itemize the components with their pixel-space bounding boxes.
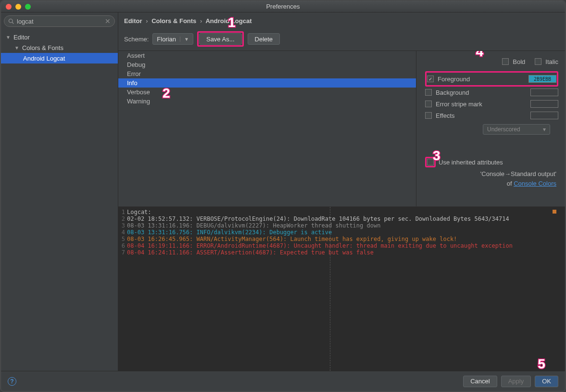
tree-item-editor[interactable]: ▼ Editor bbox=[1, 32, 118, 42]
tree-label: Colors & Fonts bbox=[22, 44, 63, 51]
effects-kind-select[interactable]: Underscored ▾ bbox=[483, 124, 550, 135]
annotation-callout-5: 5 bbox=[538, 356, 545, 372]
chevron-right-icon: › bbox=[200, 17, 202, 25]
log-level-list: Assert Debug Error Info Verbose Warning … bbox=[118, 51, 416, 206]
chevron-right-icon: › bbox=[146, 17, 148, 25]
effects-kind-value: Underscored bbox=[487, 126, 520, 133]
search-value: logcat bbox=[17, 18, 105, 25]
foreground-label: Foreground bbox=[438, 76, 470, 83]
inherit-label: Use inherited attributes bbox=[439, 159, 503, 166]
scheme-label: Scheme: bbox=[124, 36, 149, 43]
tree-label: Android Logcat bbox=[23, 55, 65, 62]
preview-pane: 1Logcat: 202-02 18:52:57.132: VERBOSE/Pr… bbox=[118, 206, 565, 371]
svg-line-1 bbox=[12, 22, 13, 24]
tree-item-colors-fonts[interactable]: ▼ Colors & Fonts bbox=[1, 42, 118, 53]
stripe-checkbox[interactable] bbox=[425, 101, 432, 107]
annotation-callout-4: 4 bbox=[476, 51, 483, 60]
console-colors-link[interactable]: Console Colors bbox=[514, 180, 556, 187]
preview-line: Logcat: bbox=[127, 209, 151, 215]
clear-search-icon[interactable]: ✕ bbox=[105, 17, 111, 25]
breadcrumb-part[interactable]: Colors & Fonts bbox=[151, 17, 196, 25]
disclosure-icon: ▼ bbox=[14, 45, 19, 51]
list-item[interactable]: Error bbox=[118, 69, 416, 78]
search-input[interactable]: logcat ✕ bbox=[4, 15, 115, 27]
tree-label: Editor bbox=[13, 34, 30, 41]
scheme-select[interactable]: Florian ▼ bbox=[152, 33, 193, 45]
scheme-value: Florian bbox=[157, 36, 176, 43]
list-item[interactable]: Assert bbox=[118, 51, 416, 60]
wrap-guide bbox=[330, 207, 330, 371]
preview-line: 08-03 13:31:16.756: INFO/dalvikvm(2234):… bbox=[127, 229, 332, 236]
stripe-color-swatch[interactable] bbox=[530, 100, 558, 108]
annotation-callout-2: 2 bbox=[163, 86, 170, 101]
annotation-callout-1: 1 bbox=[228, 15, 236, 30]
background-checkbox[interactable] bbox=[425, 89, 432, 96]
preview-line: 08-04 16:19:11.166: ERROR/AndroidRuntime… bbox=[127, 242, 513, 249]
annotation-callout-3: 3 bbox=[433, 148, 440, 164]
effects-checkbox[interactable] bbox=[425, 112, 432, 119]
sidebar: logcat ✕ ▼ Editor ▼ Colors & Fonts Andro… bbox=[1, 13, 118, 371]
italic-label: Italic bbox=[545, 58, 558, 65]
chevron-down-icon: ▼ bbox=[180, 37, 189, 42]
background-color-swatch[interactable] bbox=[530, 89, 558, 96]
attribute-panel: 4 Bold Italic bbox=[416, 51, 565, 206]
help-button[interactable]: ? bbox=[8, 377, 16, 386]
apply-button[interactable]: Apply bbox=[501, 376, 531, 387]
chevron-down-icon: ▾ bbox=[543, 126, 546, 133]
stripe-label: Error stripe mark bbox=[436, 101, 482, 108]
italic-checkbox[interactable] bbox=[535, 58, 541, 65]
window-title: Preferences bbox=[1, 3, 565, 10]
preview-line: 08-03 16:26:45.965: WARN/ActivityManager… bbox=[127, 236, 457, 242]
foreground-checkbox[interactable] bbox=[427, 76, 434, 82]
bold-checkbox[interactable] bbox=[502, 58, 509, 65]
foreground-color-swatch[interactable]: 2B9EBB bbox=[528, 75, 556, 83]
delete-button[interactable]: Delete bbox=[248, 33, 280, 45]
background-label: Background bbox=[436, 89, 469, 96]
cancel-button[interactable]: Cancel bbox=[463, 376, 497, 387]
tree-item-android-logcat[interactable]: Android Logcat bbox=[1, 53, 118, 63]
preview-line: 08-03 13:31:16.196: DEBUG/dalvikvm(2227)… bbox=[127, 222, 380, 229]
annotation-highlight: Foreground 2B9EBB bbox=[425, 71, 558, 87]
list-item[interactable]: Debug bbox=[118, 60, 416, 69]
inherit-description: 'Console→Standard output' of Console Col… bbox=[425, 169, 558, 188]
preview-line: 08-04 16:24:11.166: ASSERT/Assertion(468… bbox=[127, 249, 374, 256]
annotation-highlight: Save As... bbox=[197, 31, 244, 47]
effects-label: Effects bbox=[436, 112, 455, 119]
search-icon bbox=[8, 18, 14, 24]
titlebar: Preferences bbox=[1, 1, 565, 13]
ok-button[interactable]: OK bbox=[535, 376, 558, 387]
effects-color-swatch[interactable] bbox=[530, 112, 558, 119]
bold-label: Bold bbox=[513, 58, 525, 65]
breadcrumb: Editor › Colors & Fonts › Android Logcat bbox=[118, 13, 565, 26]
disclosure-icon: ▼ bbox=[6, 35, 11, 40]
svg-point-0 bbox=[9, 19, 13, 23]
save-as-button[interactable]: Save As... bbox=[199, 33, 242, 45]
gutter-mark bbox=[553, 210, 556, 214]
breadcrumb-part[interactable]: Editor bbox=[124, 17, 142, 25]
preview-line: 02-02 18:52:57.132: VERBOSE/ProtocolEngi… bbox=[127, 215, 509, 222]
